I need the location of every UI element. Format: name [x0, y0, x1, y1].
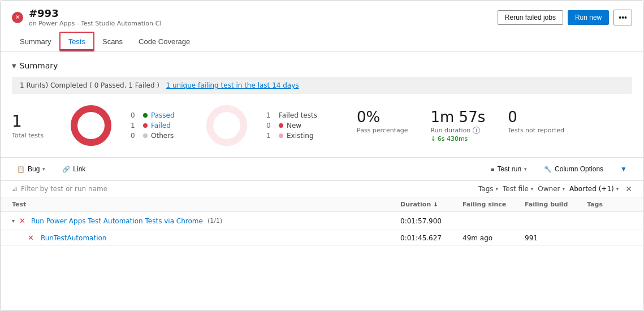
- column-options-button[interactable]: 🔧 Column Options: [539, 162, 608, 176]
- table-row: ▾ ✕ Run Power Apps Test Automation Tests…: [1, 212, 643, 230]
- toolbar: 📋 Bug ▾ 🔗 Link ≡ Test run ▾ 🔧 Column Opt…: [1, 158, 643, 181]
- test-file-dropdown-icon: ▾: [531, 186, 534, 192]
- failed-label[interactable]: Failed: [151, 122, 171, 129]
- row-name-parent: ▾ ✕ Run Power Apps Test Automation Tests…: [12, 217, 400, 225]
- child-failing-since: 49m ago: [463, 234, 525, 242]
- header-actions: Rerun failed jobs Run new •••: [498, 10, 632, 25]
- close-button[interactable]: ✕: [12, 12, 23, 23]
- test-file-filter[interactable]: Test file ▾: [503, 185, 533, 193]
- right-stats: 0% Pass percentage 1m 57s Run duration i…: [357, 109, 564, 142]
- test-legend: 0 Passed 1 Failed 0 Others: [131, 111, 187, 140]
- legend-failed: 1 Failed: [131, 122, 187, 129]
- info-icon: i: [473, 127, 480, 134]
- tab-code-coverage[interactable]: Code Coverage: [131, 32, 198, 51]
- aborted-filter[interactable]: Aborted (+1) ▾: [569, 185, 619, 193]
- existing-tests-row: 1 Existing: [266, 132, 329, 140]
- table-section: Test Duration ↓ Failing since Failing bu…: [1, 197, 643, 246]
- summary-header: ▼ Summary: [12, 61, 632, 70]
- passed-dot: [143, 113, 148, 118]
- existing-dot: [279, 133, 283, 138]
- others-label: Others: [151, 132, 174, 140]
- filter-button[interactable]: ▼: [615, 162, 632, 176]
- owner-filter[interactable]: Owner ▾: [538, 185, 565, 193]
- not-reported-value: 0: [508, 109, 564, 126]
- link-button[interactable]: 🔗 Link: [57, 162, 90, 176]
- more-icon: •••: [619, 13, 627, 22]
- child-row-link[interactable]: RunTestAutomation: [41, 234, 107, 242]
- tags-dropdown-icon: ▾: [496, 186, 499, 192]
- pink-donut-chart: [204, 103, 249, 148]
- summary-title: Summary: [20, 61, 58, 70]
- header: ✕ #993 on Power Apps - Test Studio Autom…: [1, 1, 643, 52]
- pink-donut-svg: [204, 103, 249, 148]
- duration-sort-icon[interactable]: ↓: [433, 201, 438, 208]
- donut-chart: [68, 103, 114, 148]
- child-name: ✕ RunTestAutomation: [28, 234, 400, 242]
- filter-placeholder[interactable]: Filter by test or run name: [21, 185, 107, 193]
- others-count: 0: [131, 132, 140, 140]
- run-new-button[interactable]: Run new: [568, 10, 609, 25]
- bug-button[interactable]: 📋 Bug ▾: [12, 162, 50, 176]
- tab-scans[interactable]: Scans: [94, 32, 131, 51]
- new-tests-count: 0: [266, 122, 275, 129]
- not-reported-label: Tests not reported: [508, 127, 564, 134]
- failed-count: 1: [131, 122, 140, 129]
- toolbar-left: 📋 Bug ▾ 🔗 Link: [12, 162, 90, 176]
- owner-dropdown-icon: ▾: [563, 186, 565, 192]
- new-dot: [279, 123, 283, 128]
- banner-text: 1 Run(s) Completed ( 0 Passed, 1 Failed …: [20, 81, 159, 89]
- pass-percentage-label: Pass percentage: [357, 127, 408, 134]
- table-row-group: ▾ ✕ Run Power Apps Test Automation Tests…: [1, 212, 643, 246]
- app-container: ✕ #993 on Power Apps - Test Studio Autom…: [0, 0, 644, 311]
- summary-section: ▼ Summary 1 Run(s) Completed ( 0 Passed,…: [1, 52, 643, 158]
- others-dot: [143, 133, 148, 138]
- col-header-test: Test: [12, 201, 400, 208]
- parent-duration: 0:01:57.900: [400, 217, 463, 225]
- col-header-failing-since: Failing since: [463, 201, 525, 208]
- failed-tests-row: 1 Failed tests: [266, 111, 329, 119]
- total-tests-label: Total tests: [12, 132, 51, 139]
- passed-label[interactable]: Passed: [151, 111, 175, 119]
- total-tests-block: 1 Total tests: [12, 112, 51, 139]
- not-reported-block: 0 Tests not reported: [508, 109, 564, 142]
- run-duration-label: Run duration i: [430, 127, 485, 134]
- donut-svg: [68, 103, 114, 148]
- rerun-failed-button[interactable]: Rerun failed jobs: [498, 10, 563, 25]
- test-run-button[interactable]: ≡ Test run ▾: [486, 162, 532, 176]
- expand-icon[interactable]: ▾: [12, 218, 15, 224]
- new-tests-row: 0 New: [266, 122, 329, 129]
- legend-others: 0 Others: [131, 132, 187, 140]
- banner-link[interactable]: 1 unique failing test in the last 14 day…: [166, 81, 299, 89]
- build-subtitle: on Power Apps - Test Studio Automation-C…: [29, 20, 162, 27]
- tab-summary[interactable]: Summary: [12, 32, 59, 51]
- close-icon: ✕: [15, 14, 20, 21]
- filter-bar: ⊿ Filter by test or run name Tags ▾ Test…: [1, 181, 643, 197]
- tab-tests[interactable]: Tests: [60, 33, 93, 50]
- child-row: ✕ RunTestAutomation 0:01:45.627 49m ago …: [1, 230, 643, 245]
- build-info: #993 on Power Apps - Test Studio Automat…: [29, 7, 162, 27]
- tags-filter[interactable]: Tags ▾: [478, 185, 498, 193]
- column-options-icon: 🔧: [544, 166, 552, 173]
- col-header-failing-build: Failing build: [525, 201, 587, 208]
- col-header-duration: Duration ↓: [400, 201, 463, 208]
- total-tests-value: 1: [12, 112, 51, 131]
- bug-icon: 📋: [17, 166, 25, 173]
- failed-tests-label: Failed tests: [279, 111, 317, 119]
- passed-count: 0: [131, 111, 140, 119]
- clear-filter-button[interactable]: ✕: [625, 184, 632, 193]
- stats-row: 1 Total tests 0 Passed 1: [12, 103, 632, 148]
- run-duration-value: 1m 57s: [430, 109, 485, 126]
- summary-banner: 1 Run(s) Completed ( 0 Passed, 1 Failed …: [12, 77, 632, 94]
- parent-row-link[interactable]: Run Power Apps Test Automation Tests via…: [31, 217, 203, 225]
- fail-icon-parent: ✕: [19, 217, 25, 225]
- filter-icon: ▼: [620, 165, 627, 173]
- parent-row-count: (1/1): [208, 217, 222, 224]
- filter-funnel-icon: ⊿: [12, 185, 18, 193]
- pass-percentage-value: 0%: [357, 109, 408, 126]
- new-label: New: [287, 122, 301, 129]
- link-icon: 🔗: [62, 166, 70, 173]
- aborted-dropdown-icon: ▾: [616, 186, 619, 192]
- more-options-button[interactable]: •••: [613, 10, 632, 25]
- summary-chevron-icon[interactable]: ▼: [12, 63, 16, 69]
- run-duration-block: 1m 57s Run duration i 6s 430ms: [430, 109, 485, 142]
